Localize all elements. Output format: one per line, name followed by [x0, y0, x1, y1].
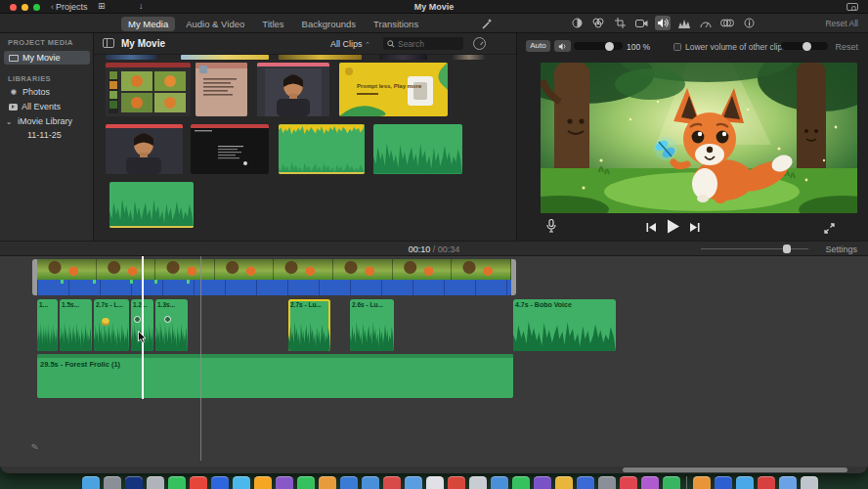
clip-thumbnail-webcam[interactable] — [106, 124, 183, 174]
dock-app-icon[interactable] — [276, 476, 293, 489]
dock-app-icon[interactable] — [340, 476, 358, 489]
dock-app-icon[interactable] — [469, 476, 487, 489]
tab-transitions[interactable]: Transitions — [367, 17, 425, 31]
zoom-slider-knob[interactable] — [783, 244, 791, 253]
dock-app-icon[interactable] — [405, 476, 422, 489]
timeline-audio-clip[interactable]: 1... — [37, 299, 58, 351]
dock-app-icon[interactable] — [491, 476, 508, 489]
search-input[interactable] — [398, 39, 456, 49]
dock-app-icon[interactable] — [254, 476, 272, 489]
play-button[interactable] — [666, 219, 680, 238]
clip-appearance-icon[interactable] — [473, 37, 486, 50]
clip-thumbnail-audio[interactable] — [373, 124, 462, 174]
clip-thumbnail-audio[interactable] — [279, 124, 365, 174]
dock-app-icon[interactable] — [779, 476, 797, 489]
filmstrip-frame[interactable] — [274, 259, 333, 280]
thumbnail-sliver[interactable] — [279, 55, 362, 60]
thumbnail-sliver[interactable] — [106, 55, 156, 60]
sidebar-toggle-icon[interactable] — [103, 38, 114, 48]
tab-my-media[interactable]: My Media — [121, 17, 175, 31]
timeline-audio-clip-selected[interactable]: 2.7s - Lu... — [288, 299, 330, 351]
lower-volume-slider[interactable] — [781, 42, 828, 50]
stabilization-icon[interactable] — [633, 16, 649, 30]
dock-app-icon[interactable] — [426, 476, 444, 489]
dock-app-icon[interactable] — [663, 476, 680, 489]
lower-volume-checkbox[interactable] — [673, 43, 681, 51]
filmstrip-frame[interactable] — [37, 259, 97, 280]
clip-thumbnail-promo[interactable]: Prompt less, Play more — [339, 63, 448, 116]
clip-filter-dropdown[interactable]: All Clips ⌃ — [330, 39, 370, 49]
speed-icon[interactable] — [698, 16, 714, 30]
clip-filter-icon[interactable] — [719, 16, 735, 30]
tab-audio-video[interactable]: Audio & Video — [179, 17, 251, 31]
sidebar-item-all-events[interactable]: All Events — [4, 100, 90, 113]
disclosure-chevron-icon[interactable]: ⌄ — [4, 117, 14, 126]
filmstrip-frame[interactable] — [393, 259, 453, 280]
thumbnail-sliver[interactable] — [453, 55, 486, 60]
dock-app-icon[interactable] — [801, 476, 818, 489]
dock-app-icon[interactable] — [104, 476, 121, 489]
noise-reduction-icon[interactable] — [676, 16, 692, 30]
sidebar-item-event-date[interactable]: 11-11-25 — [4, 128, 90, 142]
camera-icon[interactable] — [846, 3, 858, 11]
lower-volume-knob[interactable] — [803, 42, 811, 51]
dock-app-icon[interactable] — [211, 476, 229, 489]
thumbnail-sliver[interactable] — [379, 55, 427, 60]
dock-app-icon[interactable] — [168, 476, 186, 489]
dock-app-icon[interactable] — [620, 476, 637, 489]
filmstrip-frame[interactable] — [155, 259, 215, 280]
dock-app-icon[interactable] — [448, 476, 465, 489]
previous-frame-button[interactable] — [646, 219, 657, 237]
dock-app-icon[interactable] — [534, 476, 551, 489]
tab-backgrounds[interactable]: Backgrounds — [295, 17, 363, 31]
search-field[interactable] — [383, 37, 463, 50]
reset-button[interactable]: Reset — [835, 42, 858, 52]
dock-app-icon[interactable] — [147, 476, 164, 489]
info-icon[interactable] — [741, 16, 757, 30]
dock-app-icon[interactable] — [598, 476, 616, 489]
video-preview[interactable] — [541, 63, 857, 213]
dock-app-icon[interactable] — [715, 476, 732, 489]
video-clip-audio-track[interactable] — [37, 280, 511, 295]
voiceover-mic-icon[interactable] — [546, 219, 556, 237]
sidebar-item-imovie-library[interactable]: ⌄ iMovie Library — [4, 114, 90, 128]
clip-thumbnail-audio[interactable] — [109, 182, 194, 228]
enhance-wand-icon[interactable] — [481, 17, 494, 34]
timeline-audio-clip[interactable]: 2.7s - L... — [94, 299, 129, 351]
mute-button[interactable] — [554, 40, 571, 52]
dock-app-icon[interactable] — [383, 476, 401, 489]
sidebar-item-photos[interactable]: ✺ Photos — [4, 85, 90, 99]
filmstrip-frame[interactable] — [215, 259, 275, 280]
color-balance-icon[interactable] — [569, 16, 585, 30]
timeline-audio-clip[interactable]: 1.5s... — [60, 299, 92, 351]
fade-handle[interactable] — [134, 316, 141, 323]
dock-app-icon[interactable] — [297, 476, 315, 489]
crop-icon[interactable] — [612, 16, 628, 30]
timeline-audio-clip[interactable]: 2.6s - Lu... — [350, 299, 394, 351]
dock-app-icon[interactable] — [125, 476, 143, 489]
reset-all-button[interactable]: Reset All — [825, 19, 858, 28]
timeline[interactable]: 1... 1.5s... 2.7s - L... 1.2... 1.3s... … — [0, 256, 868, 467]
dock-app-icon[interactable] — [758, 476, 775, 489]
filmstrip-frame[interactable] — [452, 259, 511, 280]
filmstrip-frame[interactable] — [333, 259, 393, 280]
dock-app-icon[interactable] — [577, 476, 594, 489]
volume-slider[interactable] — [574, 42, 623, 50]
dock-app-icon[interactable] — [641, 476, 659, 489]
clip-trim-handle-right[interactable] — [511, 259, 516, 295]
background-music-clip[interactable]: 29.5s - Forest Frolic (1) — [37, 354, 513, 398]
playhead[interactable] — [142, 256, 144, 399]
dock-app-icon[interactable] — [362, 476, 379, 489]
dock-app-icon[interactable] — [555, 476, 573, 489]
auto-volume-button[interactable]: Auto — [526, 40, 550, 52]
clip-thumbnail-webcam[interactable] — [257, 63, 329, 116]
dock-app-icon[interactable] — [190, 476, 207, 489]
timeline-horizontal-scrollbar[interactable] — [623, 467, 847, 472]
dock-app-icon[interactable] — [319, 476, 336, 489]
dock-app-icon[interactable] — [693, 476, 711, 489]
next-frame-button[interactable] — [689, 219, 700, 237]
clip-thumbnail-document[interactable] — [195, 63, 247, 116]
dock-app-icon[interactable] — [512, 476, 530, 489]
filmstrip-frame[interactable] — [97, 259, 156, 280]
fade-handle[interactable] — [164, 316, 171, 323]
